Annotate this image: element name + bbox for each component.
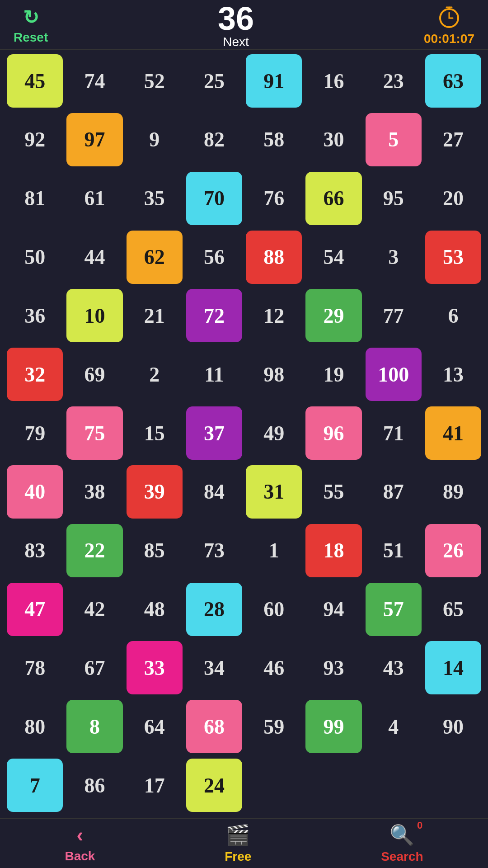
back-nav-item[interactable]: ‹ Back xyxy=(65,824,95,863)
grid-cell[interactable]: 38 xyxy=(66,465,122,519)
grid-cell[interactable]: 20 xyxy=(425,172,481,225)
grid-cell[interactable]: 10 xyxy=(66,289,122,342)
grid-cell[interactable]: 34 xyxy=(186,641,242,694)
grid-cell[interactable]: 57 xyxy=(366,583,422,636)
grid-cell[interactable]: 77 xyxy=(366,289,422,342)
grid-cell[interactable]: 18 xyxy=(305,524,361,577)
grid-cell[interactable]: 90 xyxy=(425,700,481,753)
grid-cell[interactable]: 92 xyxy=(7,113,63,166)
grid-cell[interactable]: 35 xyxy=(127,172,183,225)
grid-cell[interactable]: 96 xyxy=(305,406,361,460)
grid-cell[interactable]: 82 xyxy=(186,113,242,166)
grid-cell[interactable]: 24 xyxy=(186,759,242,812)
grid-cell[interactable]: 7 xyxy=(7,759,63,812)
grid-cell[interactable]: 44 xyxy=(66,231,122,284)
grid-cell[interactable]: 31 xyxy=(246,465,302,519)
grid-cell[interactable]: 79 xyxy=(7,406,63,460)
grid-cell[interactable]: 73 xyxy=(186,524,242,577)
grid-cell[interactable]: 70 xyxy=(186,172,242,225)
grid-cell[interactable]: 91 xyxy=(246,54,302,108)
grid-cell[interactable]: 15 xyxy=(127,406,183,460)
grid-cell[interactable]: 25 xyxy=(186,54,242,108)
grid-cell[interactable]: 21 xyxy=(127,289,183,342)
grid-cell[interactable]: 67 xyxy=(66,641,122,694)
grid-cell[interactable]: 11 xyxy=(186,348,242,401)
grid-cell[interactable]: 98 xyxy=(246,348,302,401)
grid-cell[interactable]: 23 xyxy=(366,54,422,108)
grid-cell[interactable]: 48 xyxy=(127,583,183,636)
grid-cell[interactable]: 62 xyxy=(127,231,183,284)
grid-cell[interactable]: 76 xyxy=(246,172,302,225)
grid-cell[interactable]: 54 xyxy=(305,231,361,284)
grid-cell[interactable]: 51 xyxy=(366,524,422,577)
grid-cell[interactable]: 29 xyxy=(305,289,361,342)
grid-cell[interactable]: 46 xyxy=(246,641,302,694)
grid-cell[interactable]: 16 xyxy=(305,54,361,108)
grid-cell[interactable]: 71 xyxy=(366,406,422,460)
grid-cell[interactable]: 74 xyxy=(66,54,122,108)
grid-cell[interactable]: 5 xyxy=(366,113,422,166)
free-nav-item[interactable]: 🎬 Free xyxy=(225,823,251,864)
grid-cell[interactable]: 9 xyxy=(127,113,183,166)
grid-cell[interactable]: 97 xyxy=(66,113,122,166)
grid-cell[interactable]: 26 xyxy=(425,524,481,577)
grid-cell[interactable]: 19 xyxy=(305,348,361,401)
grid-cell[interactable]: 33 xyxy=(127,641,183,694)
grid-cell[interactable] xyxy=(246,759,302,812)
grid-cell[interactable] xyxy=(305,759,361,812)
grid-cell[interactable]: 32 xyxy=(7,348,63,401)
grid-cell[interactable]: 99 xyxy=(305,700,361,753)
grid-cell[interactable]: 39 xyxy=(127,465,183,519)
grid-cell[interactable] xyxy=(425,759,481,812)
grid-cell[interactable]: 85 xyxy=(127,524,183,577)
grid-cell[interactable]: 69 xyxy=(66,348,122,401)
search-nav-item[interactable]: 🔍 0 Search xyxy=(381,823,423,864)
grid-cell[interactable] xyxy=(366,759,422,812)
grid-cell[interactable]: 93 xyxy=(305,641,361,694)
grid-cell[interactable]: 61 xyxy=(66,172,122,225)
grid-cell[interactable]: 13 xyxy=(425,348,481,401)
grid-cell[interactable]: 37 xyxy=(186,406,242,460)
grid-cell[interactable]: 41 xyxy=(425,406,481,460)
grid-cell[interactable]: 6 xyxy=(425,289,481,342)
grid-cell[interactable]: 84 xyxy=(186,465,242,519)
grid-cell[interactable]: 55 xyxy=(305,465,361,519)
grid-cell[interactable]: 12 xyxy=(246,289,302,342)
reset-button[interactable]: ↻ Reset xyxy=(14,6,48,45)
grid-cell[interactable]: 72 xyxy=(186,289,242,342)
grid-cell[interactable]: 42 xyxy=(66,583,122,636)
grid-cell[interactable]: 100 xyxy=(366,348,422,401)
grid-cell[interactable]: 89 xyxy=(425,465,481,519)
grid-cell[interactable]: 63 xyxy=(425,54,481,108)
grid-cell[interactable]: 59 xyxy=(246,700,302,753)
grid-cell[interactable]: 49 xyxy=(246,406,302,460)
grid-cell[interactable]: 4 xyxy=(366,700,422,753)
grid-cell[interactable]: 27 xyxy=(425,113,481,166)
grid-cell[interactable]: 95 xyxy=(366,172,422,225)
grid-cell[interactable]: 60 xyxy=(246,583,302,636)
grid-cell[interactable]: 52 xyxy=(127,54,183,108)
grid-cell[interactable]: 14 xyxy=(425,641,481,694)
grid-cell[interactable]: 53 xyxy=(425,231,481,284)
grid-cell[interactable]: 43 xyxy=(366,641,422,694)
grid-cell[interactable]: 40 xyxy=(7,465,63,519)
grid-cell[interactable]: 81 xyxy=(7,172,63,225)
grid-cell[interactable]: 87 xyxy=(366,465,422,519)
grid-cell[interactable]: 3 xyxy=(366,231,422,284)
grid-cell[interactable]: 65 xyxy=(425,583,481,636)
grid-cell[interactable]: 28 xyxy=(186,583,242,636)
grid-cell[interactable]: 83 xyxy=(7,524,63,577)
grid-cell[interactable]: 64 xyxy=(127,700,183,753)
grid-cell[interactable]: 45 xyxy=(7,54,63,108)
grid-cell[interactable]: 2 xyxy=(127,348,183,401)
grid-cell[interactable]: 22 xyxy=(66,524,122,577)
grid-cell[interactable]: 78 xyxy=(7,641,63,694)
grid-cell[interactable]: 1 xyxy=(246,524,302,577)
grid-cell[interactable]: 80 xyxy=(7,700,63,753)
grid-cell[interactable]: 66 xyxy=(305,172,361,225)
grid-cell[interactable]: 68 xyxy=(186,700,242,753)
grid-cell[interactable]: 56 xyxy=(186,231,242,284)
grid-cell[interactable]: 88 xyxy=(246,231,302,284)
grid-cell[interactable]: 75 xyxy=(66,406,122,460)
grid-cell[interactable]: 8 xyxy=(66,700,122,753)
